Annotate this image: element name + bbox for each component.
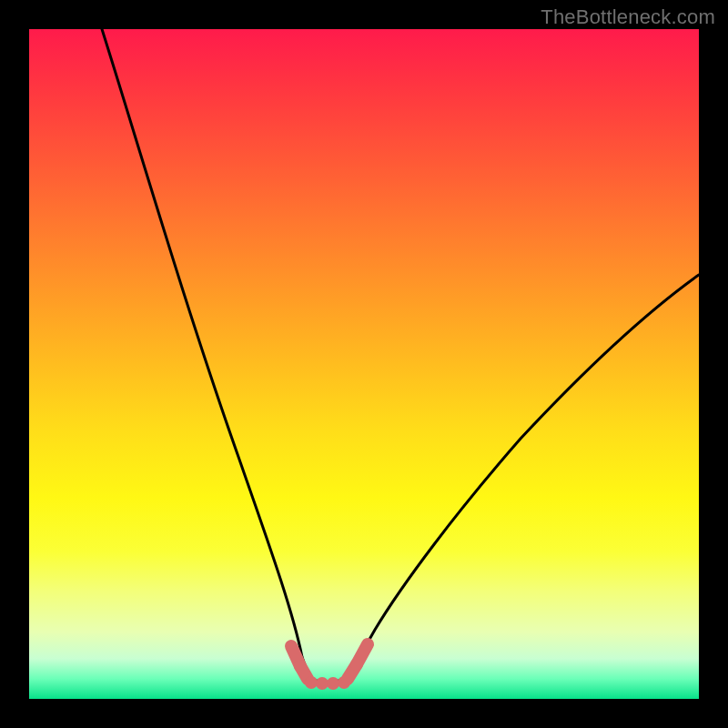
plot-area <box>29 29 699 699</box>
svg-line-1 <box>300 666 308 679</box>
svg-point-3 <box>316 677 329 690</box>
watermark-text: TheBottleneck.com <box>541 5 715 29</box>
curve-left-branch <box>102 29 311 680</box>
curve-svg <box>29 29 699 699</box>
valley-bracket <box>291 644 368 690</box>
svg-line-7 <box>357 644 368 664</box>
curve-right-branch <box>344 275 699 680</box>
chart-frame: TheBottleneck.com <box>0 0 728 728</box>
svg-point-4 <box>327 677 339 690</box>
svg-point-2 <box>305 676 318 689</box>
